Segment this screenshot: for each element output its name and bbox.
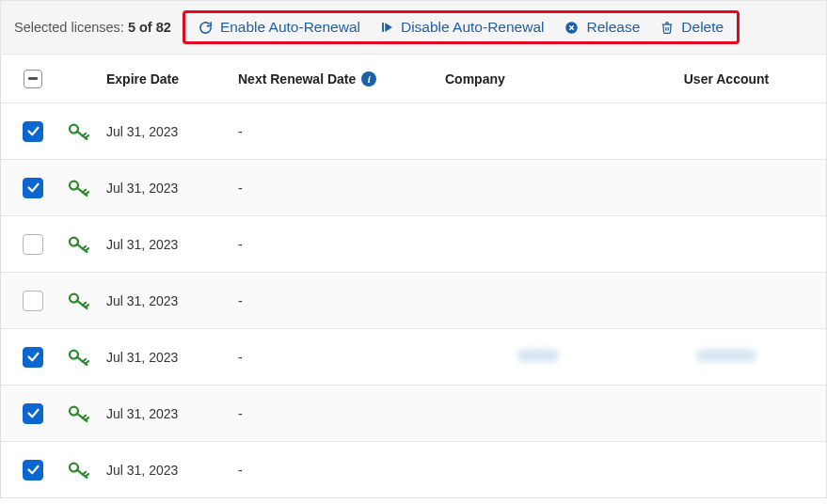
row-checkbox[interactable] [23,121,43,142]
cell-next-renewal-date: - [234,237,441,252]
svg-line-25 [83,358,86,361]
trash-icon [660,21,674,35]
table-row: Jul 31, 2023 - [1,442,826,498]
selected-prefix: Selected licenses: [14,20,128,35]
row-checkbox[interactable] [23,460,43,480]
svg-rect-0 [382,23,384,32]
licenses-table: Expire Date Next Renewal Date i Company … [0,55,827,498]
key-icon [57,403,103,424]
col-user-account[interactable]: User Account [630,71,819,87]
row-checkbox[interactable] [23,291,43,311]
col-expire-date[interactable]: Expire Date [103,71,234,87]
row-checkbox[interactable] [23,347,43,368]
cell-next-renewal-date: - [234,124,441,139]
table-row: Jul 31, 2023 - [1,103,826,160]
svg-line-10 [86,134,88,137]
table-row: Jul 31, 2023 - [1,216,826,273]
key-icon [57,347,103,368]
row-checkbox[interactable] [23,178,43,198]
col-company[interactable]: Company [441,71,630,87]
toolbar: Selected licenses: 5 of 82 Enable Auto-R… [0,0,827,55]
cell-expire-date: Jul 31, 2023 [103,406,234,421]
key-icon [57,234,103,255]
cell-expire-date: Jul 31, 2023 [103,181,234,196]
svg-line-30 [86,417,88,419]
svg-line-14 [86,191,88,194]
enable-auto-renewal-button[interactable]: Enable Auto-Renewal [199,19,360,36]
svg-line-21 [83,302,86,305]
select-all-checkbox[interactable] [24,70,42,88]
cell-next-renewal-date: - [234,406,441,421]
table-row: Jul 31, 2023 - [1,386,826,442]
cell-next-renewal-date: - [234,350,441,365]
selected-count: 5 [128,20,135,35]
svg-marker-1 [385,23,392,32]
svg-line-26 [86,360,88,363]
table-header-row: Expire Date Next Renewal Date i Company … [1,55,826,103]
delete-label: Delete [681,19,724,36]
release-label: Release [586,19,640,36]
key-icon [57,291,103,311]
circle-x-icon [565,21,579,35]
cell-expire-date: Jul 31, 2023 [103,350,234,365]
row-checkbox[interactable] [23,234,43,255]
svg-line-22 [86,304,88,307]
svg-line-34 [86,473,88,476]
cell-company [441,349,630,365]
selected-total: 82 [156,20,171,35]
disable-auto-renewal-button[interactable]: Disable Auto-Renewal [381,19,545,36]
indeterminate-mark-icon [28,77,38,79]
bulk-actions-highlight: Enable Auto-Renewal Disable Auto-Renewal… [183,10,740,44]
selected-licenses-label: Selected licenses: 5 of 82 [14,20,171,35]
selected-sep: of [135,20,156,35]
info-icon[interactable]: i [361,71,376,87]
svg-line-13 [83,189,86,192]
cell-user-account [630,349,819,365]
cell-next-renewal-date: - [234,293,441,308]
svg-line-17 [83,245,86,248]
disable-label: Disable Auto-Renewal [401,19,545,36]
row-checkbox[interactable] [23,403,43,424]
refresh-icon [199,21,213,35]
enable-label: Enable Auto-Renewal [220,19,360,36]
blurred-text [696,349,756,362]
cell-expire-date: Jul 31, 2023 [103,124,234,139]
table-row: Jul 31, 2023 - [1,329,826,386]
cell-next-renewal-date: - [234,181,441,196]
table-row: Jul 31, 2023 - [1,160,826,216]
key-icon [57,460,103,480]
skip-forward-icon [381,21,393,34]
cell-expire-date: Jul 31, 2023 [103,237,234,252]
table-row: Jul 31, 2023 - [1,273,826,329]
cell-expire-date: Jul 31, 2023 [103,463,234,478]
col-next-renewal-date[interactable]: Next Renewal Date [238,71,356,87]
svg-line-18 [86,247,88,250]
release-button[interactable]: Release [565,19,640,36]
key-icon [57,121,103,142]
svg-line-33 [83,471,86,474]
cell-expire-date: Jul 31, 2023 [103,293,234,308]
svg-line-9 [83,133,86,135]
svg-line-29 [83,415,86,417]
cell-next-renewal-date: - [234,463,441,478]
key-icon [57,178,103,198]
delete-button[interactable]: Delete [660,19,724,36]
blurred-text [517,349,559,362]
